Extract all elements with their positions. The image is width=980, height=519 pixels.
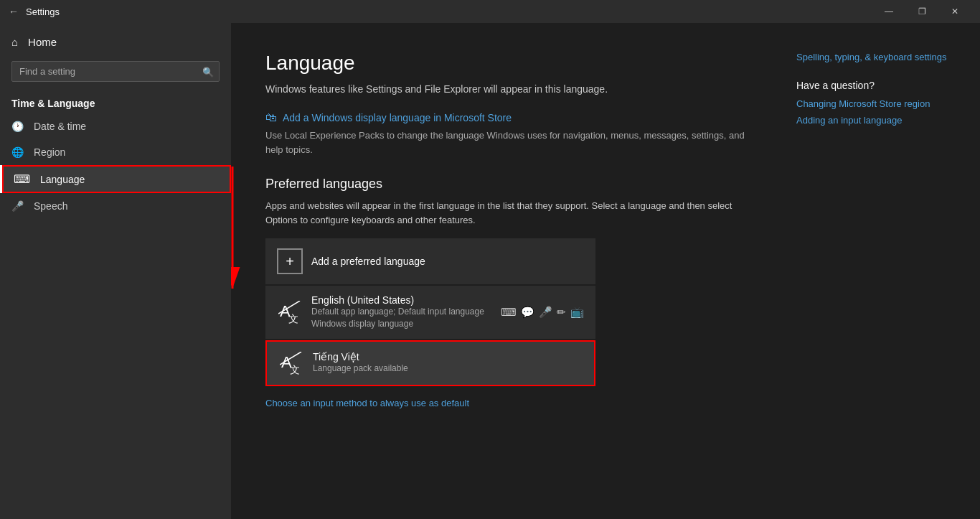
right-section-title: Have a question? [796,80,963,91]
minimize-button[interactable]: — [872,0,905,23]
add-language-button[interactable]: + Add a preferred language [265,238,595,284]
sidebar-item-home[interactable]: ⌂ Home [0,29,231,55]
date-time-label: Date & time [34,121,86,132]
vietnamese-lang-info: Tiếng Việt Language pack available [313,351,583,375]
language-item-vietnamese[interactable]: A 文 Tiếng Việt Language pack available [265,340,595,386]
sidebar-item-speech[interactable]: 🎤 Speech [0,193,231,219]
maximize-button[interactable]: ❐ [905,0,938,23]
mic-icon: 🎤 [11,200,24,212]
vietnamese-lang-icon: A 文 [278,350,304,376]
window-title: Settings [26,6,872,17]
sidebar-item-language[interactable]: ⌨ Language [0,165,231,193]
globe-icon: 🌐 [11,146,24,158]
badge-mic: 🎤 [539,306,552,319]
add-icon: + [277,248,303,274]
microsoft-store-region-link[interactable]: Changing Microsoft Store region [796,98,963,109]
title-bar: ← Settings — ❐ ✕ [0,0,980,23]
store-link-container: 🛍 Add a Windows display language in Micr… [265,111,745,124]
add-language-label: Add a preferred language [311,256,425,267]
input-method-link[interactable]: Choose an input method to always use as … [265,398,469,408]
english-lang-icon: A 文 [277,299,303,325]
sidebar-section-title: Time & Language [0,90,231,113]
language-item-english[interactable]: A 文 English (United States) Default app … [265,286,595,339]
clock-icon: 🕐 [11,121,24,132]
language-red-outline [2,165,231,193]
language-label: Language [40,174,85,185]
sidebar: ⌂ Home 🔍 Time & Language 🕐 Date & time 🌐… [0,23,231,519]
spelling-typing-link[interactable]: Spelling, typing, & keyboard settings [796,52,963,62]
badge-handwriting: ✏ [557,306,566,319]
sidebar-item-date-time[interactable]: 🕐 Date & time [0,113,231,139]
region-label: Region [34,146,65,158]
svg-text:文: 文 [290,364,300,375]
english-lang-info: English (United States) Default app lang… [311,294,492,330]
language-list: + Add a preferred language A 文 English (… [265,238,595,386]
home-label: Home [28,36,57,48]
store-icon: 🛍 [265,111,277,124]
search-container: 🔍 [11,61,220,82]
right-panel: Spelling, typing, & keyboard settings Ha… [779,23,980,519]
english-lang-badges: ⌨ 💬 🎤 ✏ 📺 [501,306,584,319]
preferred-section-title: Preferred languages [265,177,745,192]
search-input[interactable] [11,61,220,82]
search-icon: 🔍 [202,66,214,77]
english-lang-name: English (United States) [311,294,492,306]
svg-text:文: 文 [288,313,298,324]
adding-input-language-link[interactable]: Adding an input language [796,115,963,126]
speech-label: Speech [34,200,67,212]
badge-speech: 💬 [521,306,534,319]
sidebar-item-region[interactable]: 🌐 Region [0,139,231,165]
store-link[interactable]: Add a Windows display language in Micros… [283,112,512,123]
page-title: Language [265,52,745,75]
store-description: Use Local Experience Packs to change the… [265,128,745,156]
badge-display: 📺 [570,306,584,319]
language-icon: ⌨ [14,172,30,186]
window-controls: — ❐ ✕ [872,0,971,23]
content-area: Language Windows features like Settings … [231,23,779,519]
preferred-description: Apps and websites will appear in the fir… [265,199,745,227]
vietnamese-lang-name: Tiếng Việt [313,351,583,363]
back-button[interactable]: ← [9,6,19,17]
close-button[interactable]: ✕ [938,0,971,23]
page-description: Windows features like Settings and File … [265,82,745,97]
home-icon: ⌂ [11,36,18,48]
badge-keyboard: ⌨ [501,306,517,319]
english-lang-detail: Default app language; Default input lang… [311,306,492,330]
vietnamese-lang-detail: Language pack available [313,363,583,375]
app-body: ⌂ Home 🔍 Time & Language 🕐 Date & time 🌐… [0,23,980,519]
